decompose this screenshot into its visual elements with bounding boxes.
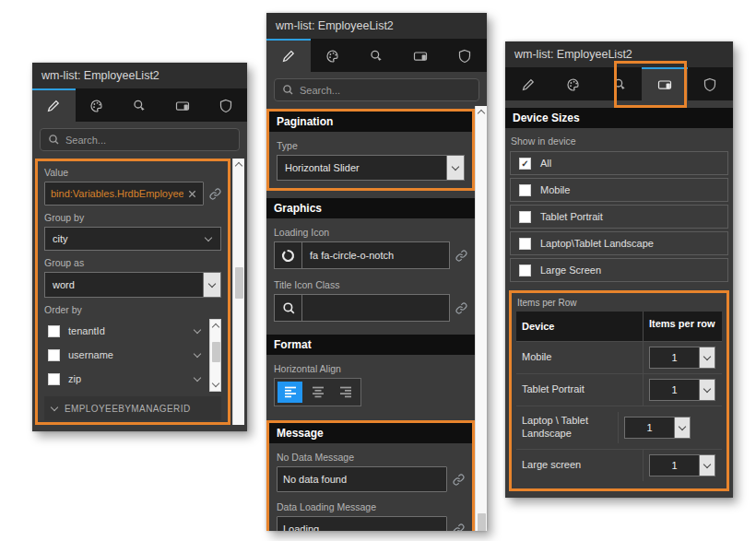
tab-advanced[interactable] [355,39,399,72]
format-section-header[interactable]: Format [266,335,475,355]
checkbox-unchecked[interactable] [519,238,531,250]
align-right-button[interactable] [333,382,358,403]
horizontal-align-group [274,378,361,406]
items-per-row-select[interactable]: 1 [649,454,715,476]
select-dropdown-button[interactable] [699,380,715,400]
group-by-label: Group by [44,212,221,223]
tab-properties[interactable] [266,39,311,72]
select-dropdown-button[interactable] [203,273,220,297]
scroll-up-icon[interactable] [235,162,242,170]
device-column-header: Device [516,312,643,341]
select-dropdown-button[interactable] [446,156,464,180]
select-dropdown-button[interactable] [674,418,690,438]
device-label: Mobile [540,184,570,195]
items-per-row-select[interactable]: 1 [624,417,691,439]
device-name: Large screen [516,451,643,480]
device-checkbox-row[interactable]: Mobile [510,178,728,202]
bind-link-icon[interactable] [453,523,465,532]
scroll-down-icon[interactable] [212,380,219,387]
device-name: Mobile [516,343,643,372]
group-as-value: word [53,279,203,290]
tab-properties[interactable] [32,88,76,122]
tab-advanced[interactable] [597,67,642,100]
tab-security[interactable] [688,67,733,100]
search-input[interactable]: Search... [274,78,479,101]
items-per-row-value: 1 [650,460,699,471]
tab-styles[interactable] [311,39,355,72]
search-input[interactable]: Search... [40,128,240,151]
device-label: Laptop\Tablet Landscape [540,238,654,249]
horizontal-align-label: Horizontal Align [274,363,467,374]
bind-link-icon[interactable] [455,250,467,262]
items-per-row-select[interactable]: 1 [649,379,715,401]
scroll-up-icon[interactable] [478,110,485,117]
order-by-row[interactable]: username [44,343,209,367]
checkbox-unchecked[interactable] [48,373,60,385]
tab-device[interactable] [398,39,443,72]
chevron-down-icon[interactable] [194,373,201,381]
chevron-down-icon[interactable] [194,325,201,333]
pagination-type-select[interactable]: Horizontal Slider [277,155,465,181]
device-checkbox-row[interactable]: Large Screen [510,258,728,282]
scroll-thumb[interactable] [478,513,486,531]
title-icon-class-value [302,295,449,321]
group-as-select[interactable]: word [44,272,221,298]
order-item-label: tenantId [68,325,181,336]
device-checkbox-row[interactable]: Laptop\Tablet Landscape [510,231,728,255]
scroll-thumb[interactable] [235,267,243,299]
tab-properties[interactable] [505,67,550,100]
loading-icon-input[interactable]: fa fa-circle-o-notch [274,241,450,269]
value-input[interactable]: bind:Variables.HrdbEmployeeData1.dat [44,182,204,206]
title-icon-class-input[interactable] [274,294,450,322]
chevron-down-icon[interactable] [194,349,201,357]
select-dropdown-button[interactable] [699,347,715,368]
tab-advanced[interactable] [118,88,161,122]
device-name: Tablet Portrait [516,375,643,405]
bind-link-icon[interactable] [453,474,465,486]
checkbox-unchecked[interactable] [519,211,531,223]
items-per-row-select[interactable]: 1 [649,347,715,369]
pencil-icon [520,76,537,93]
checkbox-unchecked[interactable] [48,325,60,337]
align-center-button[interactable] [305,382,330,403]
tab-device[interactable] [642,67,687,100]
panel-tabbar [32,88,247,122]
panel-scrollbar[interactable] [475,106,487,531]
scroll-up-icon[interactable] [212,323,219,331]
tab-styles[interactable] [76,88,119,122]
items-per-row-value: 1 [650,352,699,363]
clear-value-icon[interactable] [187,189,197,199]
device-checkbox-row[interactable]: Tablet Portrait [510,205,728,229]
order-list-scrollbar[interactable] [209,319,221,392]
message-section-header[interactable]: Message [269,423,472,443]
items-table-row: Mobile 1 [516,341,722,373]
align-left-button[interactable] [278,382,302,403]
panel-scrollbar[interactable] [232,159,244,425]
tab-styles[interactable] [550,67,596,100]
loading-icon-class-value: fa fa-circle-o-notch [302,242,449,268]
tab-device[interactable] [161,88,205,122]
data-loading-message-input[interactable]: Loading... [277,516,447,531]
device-icon [656,76,673,93]
panel-tabbar [266,39,487,72]
checkbox-unchecked[interactable] [48,349,60,361]
no-data-message-input[interactable]: No data found [277,466,447,492]
device-checkbox-row[interactable]: ✓ All [510,151,728,175]
checkbox-checked[interactable]: ✓ [519,158,531,170]
order-by-row[interactable]: zip [44,367,209,391]
pagination-section-header[interactable]: Pagination [269,112,472,132]
select-dropdown-button[interactable] [699,455,715,476]
bind-link-icon[interactable] [209,188,221,200]
tab-security[interactable] [204,88,247,122]
device-sizes-header[interactable]: Device Sizes [505,108,733,128]
scroll-thumb[interactable] [212,342,220,362]
bind-link-icon[interactable] [455,302,467,314]
graphics-section-header[interactable]: Graphics [266,198,475,218]
tab-security[interactable] [443,39,487,72]
checkbox-unchecked[interactable] [519,265,531,276]
group-by-select[interactable]: city [44,227,221,251]
employeebymanagerid-section[interactable]: EMPLOYEEBYMANAGERID [44,396,221,420]
checkbox-unchecked[interactable] [519,184,531,196]
shield-icon [456,48,473,65]
order-by-row[interactable]: tenantId [44,319,209,343]
